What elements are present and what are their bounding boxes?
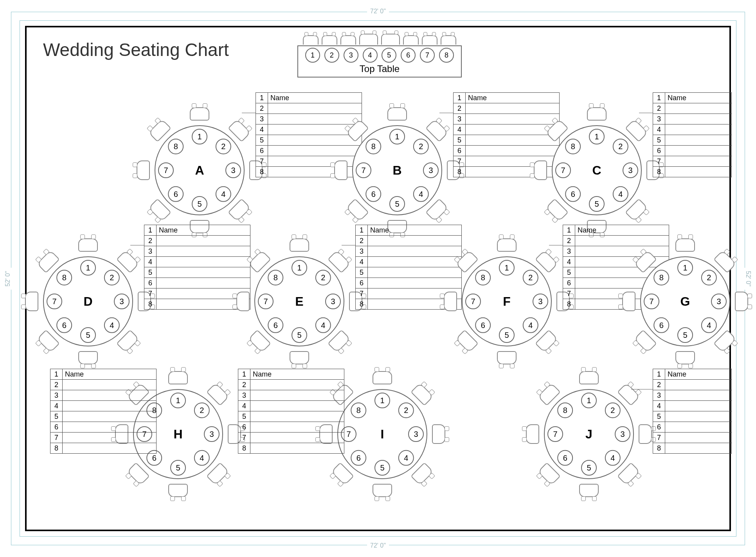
name-list-number: 4 (238, 401, 250, 411)
chair-icon (322, 35, 337, 45)
name-list-number: 3 (256, 114, 268, 124)
name-list-row: 1Name (144, 225, 250, 236)
name-list-cell (665, 390, 731, 400)
seat-number: 3 (408, 426, 424, 442)
chair-icon (526, 424, 539, 444)
name-list-number: 5 (256, 135, 268, 145)
seat-number: 2 (104, 270, 120, 285)
name-list-number: 2 (50, 380, 63, 390)
name-list-row: 8 (50, 443, 156, 453)
seat-number: 4 (613, 186, 628, 202)
name-list-row: 2 (356, 236, 461, 246)
table-label: G (680, 294, 690, 309)
round-table: G12345678 (640, 256, 730, 346)
name-list-row: 6 (50, 422, 156, 433)
round-table: D12345678 (43, 256, 133, 346)
seat-number: 2 (701, 270, 717, 285)
seat-number: 3 (423, 162, 439, 178)
name-list-row: 8 (653, 167, 731, 177)
name-list-cell (250, 443, 344, 453)
top-table-seat: 5 (382, 48, 396, 63)
name-list-cell (665, 443, 731, 453)
seat-number: 7 (258, 294, 274, 309)
seat-number: 8 (565, 139, 581, 154)
name-list-number: 7 (144, 288, 157, 299)
seat-number: 8 (365, 139, 381, 154)
name-list-number: 1 (144, 225, 157, 235)
name-list-cell (268, 135, 362, 145)
seat-number: 4 (701, 317, 717, 333)
seat-number: 4 (523, 317, 538, 333)
name-list-row: 1Name (256, 93, 362, 103)
name-list-cell (368, 267, 461, 278)
round-table: F12345678 (462, 256, 552, 346)
name-list-cell (368, 257, 461, 267)
name-list-number: 4 (454, 124, 466, 135)
chair-icon (441, 35, 456, 45)
name-list-number: 8 (653, 443, 665, 453)
name-list-number: 1 (238, 369, 250, 379)
seat-number: 5 (374, 460, 390, 476)
seat-number: 2 (523, 270, 538, 285)
name-list-row: 7 (653, 156, 731, 167)
name-list-row: 6 (144, 278, 250, 288)
name-list-cell (63, 380, 156, 390)
chair-icon (137, 160, 150, 180)
name-list-row: 4 (144, 257, 250, 267)
seat-number: 4 (398, 450, 414, 466)
name-list-cell: Name (268, 93, 362, 103)
name-list-number: 1 (356, 225, 368, 235)
chair-icon (497, 238, 517, 252)
name-list-row: 6 (238, 422, 344, 433)
seat-number: 3 (204, 426, 220, 442)
seat-number: 7 (47, 294, 62, 309)
name-list-cell (466, 114, 559, 124)
round-table: E12345678 (254, 256, 344, 346)
name-list-number: 1 (256, 93, 268, 103)
seat-number: 6 (365, 186, 381, 202)
name-list-row: 1Name (454, 93, 559, 103)
seat-number: 4 (194, 450, 210, 466)
seat-number: 7 (356, 162, 371, 178)
seat-number: 6 (168, 186, 184, 202)
round-table: I12345678 (337, 389, 427, 479)
name-list-number: 7 (563, 288, 575, 299)
name-list-number: 3 (454, 114, 466, 124)
name-list-row: 6 (653, 422, 731, 433)
name-list-number: 1 (653, 93, 665, 103)
name-list-number: 4 (653, 401, 665, 411)
name-list-cell (268, 146, 362, 156)
chair-icon (497, 351, 517, 364)
chair-icon (303, 35, 319, 45)
ruler-height-left: 52' 0" (4, 268, 11, 290)
chair-icon (432, 424, 445, 444)
name-list-number: 5 (563, 267, 575, 278)
name-list-number: 5 (50, 411, 63, 422)
table-label: J (585, 427, 592, 442)
name-list-cell (157, 236, 250, 246)
seat-number: 5 (170, 460, 186, 476)
table-b: B12345678 (352, 125, 442, 215)
name-list-number: 8 (50, 443, 63, 453)
seat-number: 3 (533, 294, 548, 309)
name-list-row: 2 (653, 103, 731, 114)
chair-icon (735, 292, 748, 311)
name-list-row: 4 (50, 401, 156, 411)
chair-icon (373, 484, 392, 497)
name-list-row: 8 (238, 443, 344, 453)
top-table-seat: 4 (363, 48, 378, 63)
name-list-h: 1Name2345678 (50, 369, 157, 454)
name-list-cell: Name (157, 225, 250, 235)
name-list-cell (575, 236, 669, 246)
name-list-number: 3 (50, 390, 63, 400)
name-list-number: 6 (50, 422, 63, 432)
name-list-cell (665, 167, 731, 177)
name-list-row: 3 (238, 390, 344, 401)
name-list-cell: Name (63, 369, 156, 379)
name-list-row: 7 (653, 433, 731, 443)
chair-icon (340, 35, 356, 45)
name-list-cell (157, 267, 250, 278)
chair-icon (403, 35, 419, 45)
seat-number: 3 (114, 294, 130, 309)
chair-icon (190, 107, 209, 121)
